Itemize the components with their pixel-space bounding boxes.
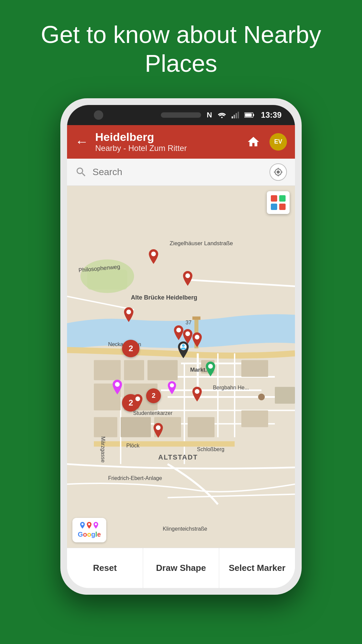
svg-rect-18 (94, 417, 117, 437)
map-container[interactable]: Philosophenweg Ziegelhäuser Landstraße A… (67, 186, 295, 548)
svg-rect-14 (124, 360, 144, 380)
user-location-pin[interactable] (177, 341, 190, 360)
status-bar-right: N (207, 110, 282, 120)
svg-rect-1 (234, 115, 235, 118)
svg-rect-22 (241, 410, 268, 427)
svg-rect-23 (275, 387, 295, 404)
reset-label: Reset (93, 563, 117, 573)
svg-point-32 (182, 344, 185, 347)
map-type-button[interactable] (267, 191, 290, 214)
notification-icon: N (207, 111, 212, 119)
svg-point-28 (176, 328, 181, 332)
search-bar (67, 159, 295, 186)
map-pin-2[interactable] (148, 249, 159, 265)
map-pin-neckar[interactable] (123, 307, 134, 323)
svg-rect-11 (94, 360, 121, 380)
speaker (161, 112, 201, 118)
back-button[interactable]: ← (75, 134, 88, 149)
city-title: Heidelberg (95, 130, 244, 144)
svg-point-37 (208, 364, 213, 369)
app-bar: ← Heidelberg Nearby - Hotel Zum Ritter (67, 125, 295, 159)
map-pin-bottom-1[interactable] (132, 394, 143, 410)
map-pin-pink-1[interactable] (112, 380, 123, 396)
map-pin-center[interactable] (153, 423, 164, 439)
map-dot-1 (271, 195, 277, 202)
svg-rect-3 (238, 112, 239, 118)
reset-button[interactable]: Reset (67, 548, 143, 588)
map-pin-green[interactable] (205, 362, 216, 378)
svg-point-33 (115, 382, 120, 387)
select-marker-label: Select Marker (229, 563, 285, 573)
home-button[interactable] (244, 132, 263, 151)
svg-rect-0 (232, 116, 233, 118)
status-bar: N (67, 105, 295, 125)
svg-point-24 (258, 393, 265, 400)
phone-wrapper: N (0, 92, 362, 595)
map-pin-pink-2[interactable] (167, 381, 177, 396)
app-bar-icons: EV (244, 132, 287, 151)
gps-icon (274, 167, 283, 177)
map-pin-bottom-2[interactable] (191, 387, 203, 403)
subtitle: Nearby - Hotel Zum Ritter (95, 144, 244, 153)
svg-point-29 (185, 331, 190, 336)
map-pin-1[interactable] (182, 271, 193, 287)
phone-inner: N (67, 105, 295, 588)
phone-frame: N (60, 98, 302, 595)
svg-point-36 (195, 389, 199, 394)
svg-point-27 (126, 310, 131, 314)
svg-point-41 (95, 523, 97, 525)
map-dot-2 (279, 195, 286, 202)
draw-shape-button[interactable]: Draw Shape (143, 548, 219, 588)
map-background (67, 186, 295, 548)
page-headline: Get to know about Nearby Places (27, 20, 335, 78)
wifi-icon (218, 112, 226, 118)
ev-logo: EV (274, 138, 282, 145)
search-icon (75, 166, 87, 178)
gps-location-button[interactable] (269, 163, 287, 181)
page-header: Get to know about Nearby Places (0, 0, 362, 92)
svg-rect-9 (87, 269, 127, 289)
app-bar-title: Heidelberg Nearby - Hotel Zum Ritter (95, 130, 244, 153)
search-input[interactable] (93, 167, 264, 177)
ev-logo-button[interactable]: EV (269, 133, 287, 151)
map-dot-3 (271, 204, 277, 210)
svg-rect-17 (241, 360, 268, 377)
svg-point-30 (195, 335, 199, 339)
draw-shape-label: Draw Shape (156, 563, 206, 573)
svg-point-39 (81, 523, 83, 525)
google-text: Google (78, 531, 101, 538)
battery-icon (244, 112, 254, 118)
svg-rect-2 (236, 113, 237, 118)
map-pin-markt-3[interactable] (191, 332, 203, 348)
cluster-marker-2-left[interactable]: 2 (122, 340, 139, 357)
google-pins (80, 522, 99, 529)
svg-rect-6 (245, 113, 252, 117)
camera-cutout (94, 110, 103, 120)
svg-point-26 (151, 252, 156, 256)
svg-point-34 (170, 383, 174, 387)
home-icon (247, 135, 260, 149)
svg-rect-15 (147, 360, 178, 380)
cluster-marker-studentenkarzer[interactable]: 2 (146, 388, 161, 403)
svg-point-40 (88, 523, 90, 525)
time-display: 13:39 (261, 110, 282, 120)
svg-rect-5 (253, 114, 254, 116)
svg-point-38 (156, 425, 161, 430)
bottom-toolbar: Reset Draw Shape Select Marker (67, 548, 295, 588)
svg-rect-19 (121, 417, 151, 437)
svg-rect-21 (188, 417, 215, 437)
page-background: Get to know about Nearby Places N (0, 0, 362, 595)
svg-point-35 (135, 396, 140, 401)
google-logo: Google (72, 518, 106, 542)
select-marker-button[interactable]: Select Marker (219, 548, 295, 588)
map-dot-4 (279, 204, 286, 210)
svg-point-25 (185, 273, 190, 278)
signal-icon (232, 112, 239, 118)
